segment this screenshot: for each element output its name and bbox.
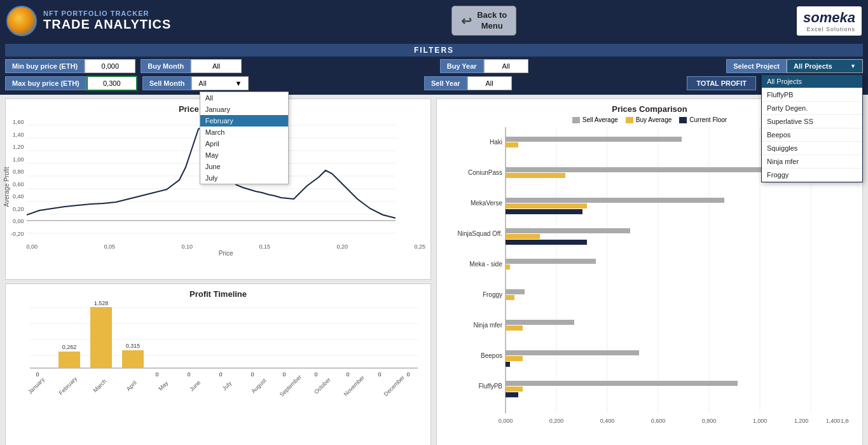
svg-text:0,600: 0,600 (651, 418, 666, 424)
sell-month-option-jun[interactable]: June (200, 161, 288, 172)
svg-rect-73 (506, 356, 523, 361)
svg-text:Froggy: Froggy (483, 291, 502, 298)
sell-month-option-mar[interactable]: March (200, 127, 288, 138)
sell-month-option-apr[interactable]: April (200, 138, 288, 149)
svg-rect-49 (506, 137, 682, 142)
min-buy-input[interactable] (85, 59, 135, 73)
project-dropdown-arrow-icon: ▼ (850, 63, 856, 69)
svg-rect-50 (506, 142, 518, 147)
select-project-filter: Select Project All Projects ▼ (726, 59, 863, 73)
max-buy-label: Max buy price (ETH) (5, 76, 86, 90)
project-option-ninjamfer[interactable]: Ninja mfer (762, 155, 862, 168)
svg-text:Ninja mfer: Ninja mfer (473, 322, 502, 329)
sell-year-value[interactable]: All (467, 76, 512, 90)
sell-month-option-all[interactable]: All (200, 92, 288, 104)
svg-rect-67 (506, 295, 514, 300)
buy-year-value[interactable]: All (484, 59, 528, 73)
bar-apr (122, 350, 144, 368)
svg-text:0: 0 (187, 371, 190, 378)
project-option-all[interactable]: All Projects (762, 75, 862, 88)
bar-chart-svg: 0,262 1,528 0,315 0 0 0 0 0 0 0 0 0 0 (11, 301, 418, 400)
svg-text:Haki: Haki (490, 139, 502, 146)
someka-logo: someka Excel Solutions (797, 6, 862, 36)
svg-text:1,200: 1,200 (794, 418, 809, 424)
project-option-fluffypb[interactable]: FluffyPB (762, 88, 862, 102)
svg-rect-70 (506, 325, 523, 331)
sell-month-option-jul[interactable]: July (200, 172, 288, 184)
app-subtitle: NFT PORTFOLIO TRACKER (43, 10, 171, 17)
svg-text:0,262: 0,262 (62, 344, 77, 350)
sell-month-value[interactable]: All ▼ (191, 76, 249, 90)
svg-text:NinjaSquad Off.: NinjaSquad Off. (458, 230, 502, 237)
project-option-squiggles[interactable]: Squiggles (762, 142, 862, 155)
total-profit-label: TOTAL PROFIT (687, 76, 756, 90)
svg-rect-66 (506, 289, 525, 294)
svg-text:November: November (343, 374, 366, 397)
svg-text:Meka - side: Meka - side (469, 261, 502, 268)
sell-month-label: Sell Month (142, 76, 192, 90)
max-buy-input[interactable] (86, 76, 137, 91)
svg-rect-55 (506, 198, 724, 203)
back-to-menu-button[interactable]: ↩ Back to Menu (451, 6, 516, 36)
svg-text:June: June (188, 379, 202, 392)
sell-month-dropdown[interactable]: All January February March April May Jun… (200, 92, 289, 184)
project-option-beepos[interactable]: Beepos (762, 128, 862, 142)
select-project-label: Select Project (726, 59, 787, 73)
bar-feb (59, 352, 80, 368)
legend-sell-avg: Sell Average (572, 116, 618, 123)
svg-text:January: January (27, 376, 46, 395)
svg-text:1,600: 1,600 (841, 418, 849, 424)
min-buy-filter: Min buy price (ETH) (5, 59, 135, 73)
line-chart-y-axis: 1,601,401,201,000,800,600,400,200,00-0,2… (11, 116, 27, 237)
buy-month-filter: Buy Month All (141, 59, 242, 73)
svg-rect-77 (506, 387, 523, 392)
filters-label: FILTERS (5, 44, 863, 57)
svg-rect-76 (506, 381, 738, 386)
sell-month-option-jan[interactable]: January (200, 104, 288, 115)
sell-month-group: Sell Month All ▼ All January February Ma… (142, 76, 249, 90)
sell-month-option-feb[interactable]: February (200, 115, 288, 127)
legend-current-floor: Current Floor (679, 116, 727, 123)
sell-year-label: Sell Year (424, 76, 467, 90)
svg-text:0: 0 (219, 371, 222, 378)
svg-text:FluffyPB: FluffyPB (478, 383, 502, 390)
svg-text:0,200: 0,200 (549, 418, 564, 424)
sell-month-option-may[interactable]: May (200, 149, 288, 161)
select-project-value[interactable]: All Projects ▼ (787, 59, 863, 73)
project-option-froggy[interactable]: Froggy (762, 168, 862, 182)
page-title: TRADE ANALYTICS (43, 17, 171, 32)
svg-rect-78 (506, 392, 518, 397)
legend-buy-avg-color (626, 117, 633, 123)
project-dropdown[interactable]: All Projects FluffyPB Party Degen. Super… (761, 74, 863, 182)
header: NFT PORTFOLIO TRACKER TRADE ANALYTICS ↩ … (0, 0, 868, 41)
project-option-superlative[interactable]: Superlative SS (762, 115, 862, 128)
svg-text:0: 0 (378, 371, 381, 378)
buy-month-value[interactable]: All (191, 59, 242, 73)
svg-text:0,000: 0,000 (499, 418, 513, 424)
svg-text:February: February (58, 375, 79, 396)
line-chart-y-label: Average Profit (3, 167, 10, 207)
sell-month-filter: Sell Month All ▼ (142, 76, 249, 90)
legend-buy-avg: Buy Average (626, 116, 672, 123)
min-buy-label: Min buy price (ETH) (5, 59, 85, 73)
back-button-label: Back to Menu (477, 10, 507, 32)
svg-rect-60 (506, 234, 540, 239)
legend-current-floor-color (679, 117, 687, 123)
svg-text:December: December (383, 374, 406, 397)
svg-rect-53 (506, 173, 565, 178)
svg-rect-59 (506, 228, 630, 233)
svg-text:April: April (125, 380, 138, 392)
sell-year-filter: Sell Year All (424, 76, 512, 90)
svg-text:0,400: 0,400 (600, 418, 615, 424)
header-left: NFT PORTFOLIO TRACKER TRADE ANALYTICS (6, 6, 171, 36)
logo-icon (6, 6, 37, 36)
someka-tagline: Excel Solutions (806, 26, 855, 32)
header-titles: NFT PORTFOLIO TRACKER TRADE ANALYTICS (43, 10, 171, 32)
svg-text:MekaVerse: MekaVerse (471, 200, 502, 207)
svg-text:0: 0 (251, 371, 254, 378)
buy-year-filter: Buy Year All (440, 59, 528, 73)
sell-month-dropdown-arrow-icon: ▼ (235, 79, 242, 87)
project-option-partydegen[interactable]: Party Degen. (762, 102, 862, 115)
svg-text:August: August (250, 377, 267, 394)
max-buy-filter: Max buy price (ETH) (5, 76, 137, 91)
